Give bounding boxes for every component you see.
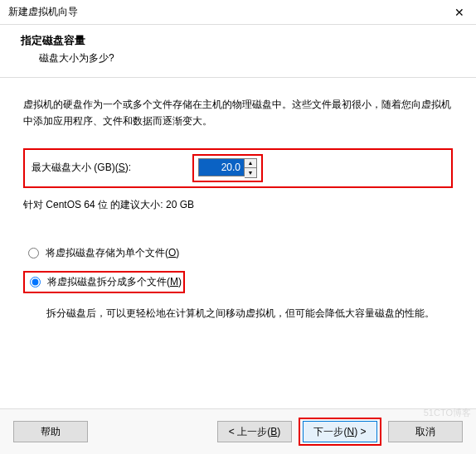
spinner-buttons: ▲ ▼ (245, 158, 257, 178)
back-button[interactable]: < 上一步(B) (217, 421, 292, 442)
spin-down-icon[interactable]: ▼ (245, 168, 256, 177)
max-disk-size-label: 最大磁盘大小 (GB)(S): (32, 161, 191, 175)
radio-split-files-input[interactable] (30, 277, 41, 287)
wizard-footer: 帮助 < 上一步(B) 下一步(N) > 取消 (0, 408, 476, 454)
max-disk-size-spinner: ▲ ▼ (192, 154, 263, 182)
page-subheading: 磁盘大小为多少? (21, 51, 455, 65)
cancel-button[interactable]: 取消 (388, 421, 463, 442)
close-icon[interactable]: ✕ (451, 7, 468, 18)
wizard-content: 虚拟机的硬盘作为一个或多个文件存储在主机的物理磁盘中。这些文件最初很小，随着您向… (0, 78, 476, 341)
help-button[interactable]: 帮助 (13, 421, 88, 442)
next-button[interactable]: 下一步(N) > (303, 421, 377, 442)
radio-single-file[interactable]: 将虚拟磁盘存储为单个文件(O) (23, 244, 453, 263)
radio-single-file-input[interactable] (28, 248, 39, 258)
radio-single-file-label: 将虚拟磁盘存储为单个文件(O) (46, 246, 179, 260)
split-files-description: 拆分磁盘后，可以更轻松地在计算机之间移动虚拟机，但可能会降低大容量磁盘的性能。 (23, 305, 453, 321)
wizard-header: 指定磁盘容量 磁盘大小为多少? (0, 25, 476, 78)
disk-description: 虚拟机的硬盘作为一个或多个文件存储在主机的物理磁盘中。这些文件最初很小，随着您向… (23, 96, 453, 130)
spin-up-icon[interactable]: ▲ (245, 159, 256, 168)
radio-split-files-label: 将虚拟磁盘拆分成多个文件(M) (47, 275, 182, 289)
titlebar: 新建虚拟机向导 ✕ (0, 0, 476, 25)
max-disk-size-input[interactable] (198, 158, 245, 176)
radio-split-files[interactable]: 将虚拟磁盘拆分成多个文件(M) (23, 271, 185, 293)
max-disk-size-row: 最大磁盘大小 (GB)(S): ▲ ▼ (23, 148, 453, 188)
disk-storage-options: 将虚拟磁盘存储为单个文件(O) 将虚拟磁盘拆分成多个文件(M) 拆分磁盘后，可以… (23, 244, 453, 321)
page-heading: 指定磁盘容量 (21, 33, 455, 48)
window-title: 新建虚拟机向导 (8, 5, 78, 19)
recommended-size: 针对 CentOS 64 位 的建议大小: 20 GB (23, 198, 453, 212)
